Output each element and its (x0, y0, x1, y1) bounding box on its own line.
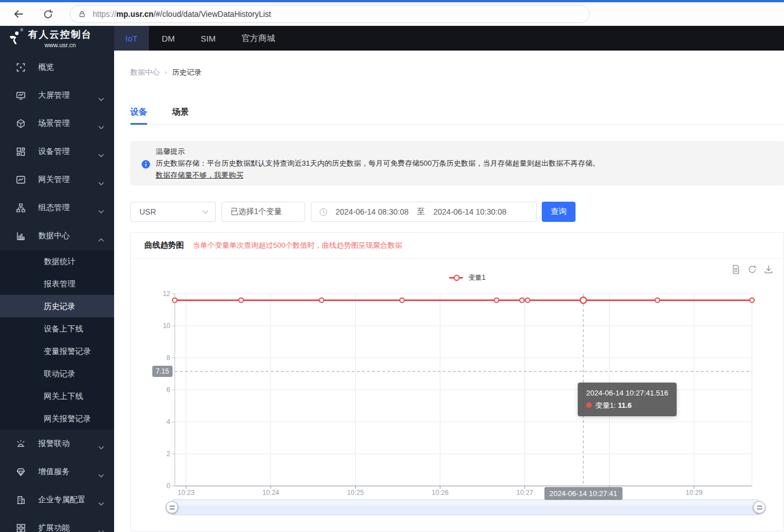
sidebar-subitem-report-mgmt[interactable]: 报表管理 (0, 272, 114, 295)
sidebar-item-scene[interactable]: 场景管理 (0, 110, 114, 138)
overview-icon (16, 62, 26, 72)
gateway-icon (16, 175, 26, 185)
query-button[interactable]: 查询 (542, 202, 575, 222)
chevron-down-icon (98, 178, 104, 181)
clock-icon (319, 208, 328, 216)
sidebar-subitem-linkage[interactable]: 联动记录 (0, 362, 114, 385)
x-axis-pointer-label: 2024-06-14 10:27:41 (545, 487, 623, 500)
legend-line-marker-icon (449, 277, 463, 279)
sidebar-item-device[interactable]: 设备管理 (0, 138, 114, 166)
x-axis-tick-label: 10:27 (516, 489, 533, 497)
date-range-picker[interactable]: 2024-06-14 08:30:08 至 2024-06-14 10:30:0… (311, 202, 537, 222)
tab-device[interactable]: 设备 (130, 107, 147, 124)
variable-select[interactable]: 已选择1个变量 (221, 202, 305, 222)
datazoom-left-handle[interactable] (166, 501, 178, 513)
browser-refresh-button[interactable] (38, 4, 57, 24)
breadcrumb-current: 历史记录 (172, 68, 201, 76)
page-content: 数据中心›历史记录 设备 场景 温馨提示 历史数据存储：平台历史数据默认支持查询… (114, 51, 784, 532)
sidebar-item-screen[interactable]: 大屏管理 (0, 81, 114, 110)
topnav-item-mall[interactable]: 官方商城 (229, 26, 288, 51)
data-view-icon[interactable] (731, 265, 741, 274)
sidebar-item-extension[interactable]: 扩展功能 (0, 514, 114, 532)
sidebar-menu: 概览大屏管理场景管理设备管理网关管理组态管理数据中心数据统计报表管理历史记录设备… (0, 51, 114, 532)
notice-body: 历史数据存储：平台历史数据默认支持查询近31天内的历史数据，每月可免费存储500… (156, 157, 773, 169)
bar-chart-icon (16, 231, 26, 241)
trend-chart-card: 曲线趋势图 当单个变量单次查询超过500个数值时，曲线趋势图呈现聚合数据 变量1 (130, 232, 784, 531)
sidebar-item-label: 企业专属配置 (38, 495, 98, 505)
sidebar-item-label: 增值服务 (38, 467, 98, 477)
alarm-icon (16, 439, 26, 449)
chart-toolbox (731, 265, 773, 274)
sidebar-item-gateway[interactable]: 网关管理 (0, 166, 114, 194)
breadcrumb-separator: › (165, 68, 167, 76)
sidebar-item-label: 场景管理 (38, 119, 98, 129)
url-text: https://mp.usr.cn/#/cloud/data/ViewDataH… (93, 10, 271, 19)
restore-icon[interactable] (747, 265, 757, 274)
sidebar-subitem-gateway-alarm[interactable]: 网关报警记录 (0, 407, 114, 430)
device-select-value: USR (139, 207, 202, 216)
brand-logo[interactable]: ® 有人云控制台 www.usr.cn (0, 26, 114, 51)
sidebar-item-vas[interactable]: 增值服务 (0, 458, 114, 486)
device-select[interactable]: USR (130, 202, 216, 222)
building-icon (16, 495, 26, 505)
grid-icon (16, 523, 26, 532)
sidebar-item-scada[interactable]: 组态管理 (0, 194, 114, 222)
x-axis-tick-label: 10:26 (432, 489, 448, 497)
buy-storage-link[interactable]: 数据存储量不够，我要购买 (156, 171, 243, 179)
sidebar-subitem-gateway-updown[interactable]: 网关上下线 (0, 385, 114, 407)
sidebar-subitem-data-stats[interactable]: 数据统计 (0, 250, 114, 272)
variable-select-value: 已选择1个变量 (230, 207, 282, 217)
logo-reg-mark: ® (20, 28, 23, 32)
info-icon (142, 160, 150, 169)
tooltip-series-row: 变量1: 11.6 (586, 399, 668, 412)
sidebar-item-data-center[interactable]: 数据中心 (0, 222, 114, 250)
topnav-item-dm[interactable]: DM (149, 26, 188, 51)
legend-item-var1[interactable]: 变量1 (151, 273, 783, 283)
chevron-up-icon (98, 234, 104, 238)
device-icon (16, 147, 26, 157)
sidebar-subitem-var-alarm[interactable]: 变量报警记录 (0, 340, 114, 362)
datazoom-right-handle[interactable] (753, 501, 765, 513)
date-start-value: 2024-06-14 08:30:08 (336, 207, 409, 216)
topnav-item-sim[interactable]: SIM (188, 26, 229, 51)
y-axis-tick-label: 10 (131, 322, 170, 330)
browser-back-button[interactable] (9, 4, 28, 24)
chevron-down-icon (98, 470, 104, 474)
chevron-down-icon (98, 122, 104, 125)
lock-icon (78, 10, 86, 19)
sidebar-subitem-history[interactable]: 历史记录 (0, 295, 114, 317)
sidebar-item-overview[interactable]: 概览 (0, 53, 114, 81)
sidebar-item-enterprise[interactable]: 企业专属配置 (0, 486, 114, 514)
sidebar-item-label: 概览 (38, 62, 104, 72)
chevron-down-icon (98, 526, 104, 530)
sidebar-subitem-device-updown[interactable]: 设备上下线 (0, 317, 114, 340)
chart-card-warning: 当单个变量单次查询超过500个数值时，曲线趋势图呈现聚合数据 (193, 240, 402, 251)
legend-label: 变量1 (468, 273, 486, 283)
topnav-item-iot[interactable]: IoT (114, 26, 149, 51)
tooltip-time: 2024-06-14 10:27:41.516 (586, 387, 668, 399)
chart-card-title: 曲线趋势图 (144, 240, 184, 251)
y-axis-tick-label: 8 (131, 354, 170, 362)
breadcrumb-parent[interactable]: 数据中心 (130, 68, 160, 76)
chevron-down-icon (98, 94, 104, 97)
notice-banner: 温馨提示 历史数据存储：平台历史数据默认支持查询近31天内的历史数据，每月可免费… (130, 141, 784, 185)
chevron-down-icon (202, 210, 209, 214)
sidebar: ® 有人云控制台 www.usr.cn 概览大屏管理场景管理设备管理网关管理组态… (0, 26, 114, 532)
datazoom-slider[interactable] (172, 499, 759, 515)
y-axis-tick-label: 12 (131, 290, 170, 298)
sidebar-item-label: 大屏管理 (38, 90, 98, 101)
chevron-down-icon (98, 442, 104, 445)
scada-tree-icon (16, 203, 26, 213)
chevron-down-icon (98, 498, 104, 502)
y-axis-pointer-label: 7.15 (152, 366, 173, 377)
address-bar[interactable]: https://mp.usr.cn/#/cloud/data/ViewDataH… (70, 5, 590, 23)
back-arrow-icon (13, 8, 24, 20)
download-icon[interactable] (764, 265, 773, 274)
browser-toolbar: https://mp.usr.cn/#/cloud/data/ViewDataH… (0, 0, 784, 26)
sidebar-item-alarm[interactable]: 报警联动 (0, 430, 114, 458)
chart-tooltip: 2024-06-14 10:27:41.516 变量1: 11.6 (578, 383, 677, 416)
breadcrumb: 数据中心›历史记录 (130, 67, 784, 78)
view-tabs: 设备 场景 (130, 107, 784, 125)
x-axis-tick-label: 10:23 (178, 489, 194, 497)
tab-scene[interactable]: 场景 (172, 107, 189, 124)
